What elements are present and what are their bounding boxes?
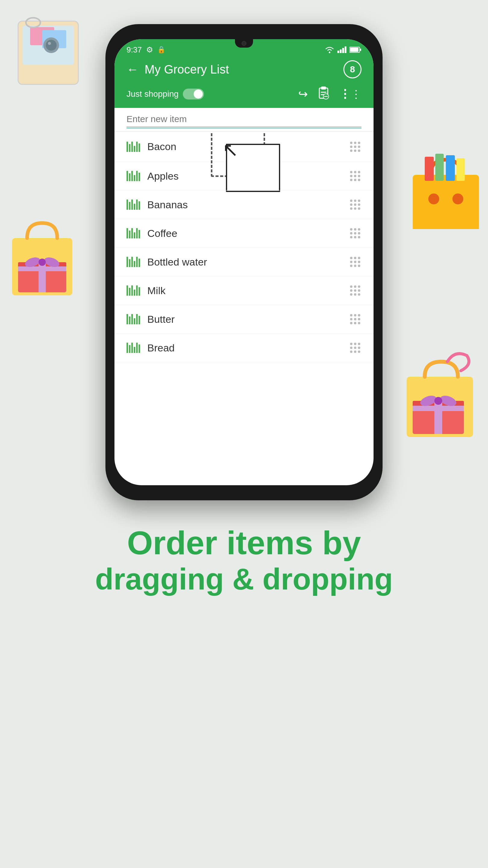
svg-rect-13 [456, 158, 465, 181]
back-button[interactable]: ← [127, 63, 138, 76]
svg-rect-35 [360, 49, 361, 51]
drag-handle[interactable] [349, 227, 361, 240]
svg-rect-20 [18, 267, 66, 271]
shopping-label: Just shopping [127, 89, 178, 99]
bottom-text-line2: dragging & dropping [95, 561, 393, 597]
item-name: Coffee [147, 227, 349, 239]
phone-body: 9:37 ⚙ 🔒 [105, 24, 383, 500]
shopping-toggle[interactable]: Just shopping [127, 89, 204, 99]
svg-rect-11 [435, 154, 444, 181]
svg-point-23 [38, 258, 46, 266]
toggle-knob [194, 90, 203, 98]
deco-mid-left-bag [6, 211, 72, 296]
status-left: 9:37 ⚙ 🔒 [127, 45, 165, 55]
bottom-text: Order items by dragging & dropping [77, 524, 411, 597]
item-name: Apples [147, 170, 349, 182]
svg-rect-28 [413, 406, 464, 411]
list-manage-icon[interactable] [317, 86, 330, 102]
item-name: Milk [147, 285, 349, 297]
phone-notch [235, 39, 253, 48]
new-item-area [115, 108, 373, 132]
clipboard-icon [317, 86, 330, 99]
bottom-text-line1: Order items by [95, 524, 393, 561]
list-item: Bottled water [115, 248, 373, 276]
svg-rect-12 [446, 155, 455, 181]
svg-rect-10 [425, 157, 434, 181]
barcode-icon [127, 285, 140, 296]
svg-rect-2 [23, 68, 74, 80]
list-item: Apples [115, 162, 373, 190]
barcode-icon [127, 314, 140, 324]
page-title: My Grocery List [144, 63, 229, 76]
drag-handle[interactable] [349, 170, 361, 182]
svg-point-15 [452, 193, 463, 204]
deco-bottom-right-bag [401, 347, 479, 437]
item-name: Bananas [147, 199, 349, 211]
svg-rect-37 [321, 87, 326, 89]
item-name: Bread [147, 342, 349, 354]
app-header: ← My Grocery List 8 [115, 57, 373, 83]
svg-point-6 [46, 40, 57, 51]
list-item: Coffee [115, 219, 373, 248]
drag-handle[interactable] [349, 341, 361, 354]
deco-top-right-bag [407, 151, 479, 229]
battery-icon [350, 46, 361, 53]
drag-handle[interactable] [349, 198, 361, 211]
svg-rect-34 [350, 48, 358, 52]
svg-point-31 [434, 397, 442, 405]
barcode-icon [127, 171, 140, 181]
toggle-switch[interactable] [183, 89, 204, 99]
list-item: Bread [115, 334, 373, 362]
phone-device: 9:37 ⚙ 🔒 [105, 24, 383, 506]
lock-icon: 🔒 [157, 46, 165, 54]
front-camera [241, 41, 247, 46]
wifi-icon [325, 46, 334, 54]
drag-handle[interactable] [349, 313, 361, 326]
svg-point-14 [428, 193, 439, 204]
item-count-badge: 8 [344, 60, 361, 79]
gear-icon: ⚙ [146, 45, 153, 55]
sub-header-icons: ⋮ [298, 86, 361, 102]
signal-icon [337, 46, 347, 53]
item-name: Butter [147, 313, 349, 325]
drag-handle[interactable] [349, 284, 361, 297]
more-icon[interactable]: ⋮ [339, 87, 361, 101]
svg-point-32 [329, 52, 330, 53]
barcode-icon [127, 199, 140, 210]
grocery-list: Bacon ↖ [115, 132, 373, 362]
drag-handle[interactable] [349, 255, 361, 268]
list-item: Milk [115, 276, 373, 305]
list-item: Bananas [115, 190, 373, 219]
svg-rect-9 [413, 175, 479, 229]
barcode-icon [127, 142, 140, 152]
deco-top-left [12, 12, 96, 96]
list-item: Butter [115, 305, 373, 334]
sub-header: Just shopping [115, 83, 373, 108]
svg-point-7 [48, 42, 51, 45]
share-icon[interactable] [298, 87, 308, 101]
header-left: ← My Grocery List [127, 63, 229, 76]
list-item: Bacon ↖ [115, 132, 373, 162]
barcode-icon [127, 257, 140, 267]
item-name: Bottled water [147, 256, 349, 268]
status-right [325, 46, 361, 54]
new-item-input[interactable] [127, 114, 361, 127]
drag-handle[interactable] [349, 141, 361, 153]
status-time: 9:37 [127, 45, 142, 55]
input-underline [127, 128, 361, 128]
barcode-icon [127, 228, 140, 239]
barcode-icon [127, 343, 140, 353]
phone-screen: 9:37 ⚙ 🔒 [115, 39, 373, 485]
